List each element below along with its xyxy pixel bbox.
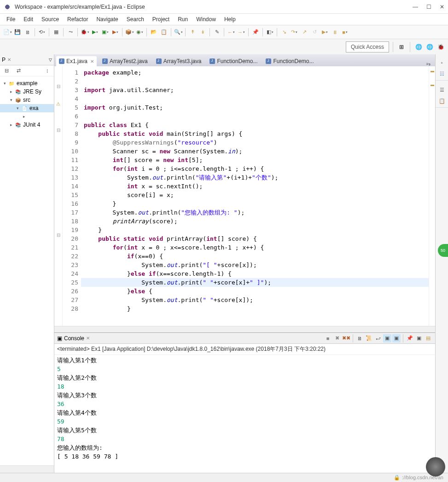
explorer-scrollbar[interactable] — [0, 465, 54, 473]
external-tools-button[interactable]: ▶ — [111, 28, 120, 37]
minimize-button[interactable]: — — [413, 4, 418, 10]
side-badge[interactable]: 50 — [438, 244, 448, 257]
open-perspective-button[interactable]: ⊞ — [397, 42, 406, 52]
terminate-icon[interactable]: ■ — [324, 334, 332, 343]
overview-ruler[interactable] — [429, 66, 435, 326]
display-selected-icon[interactable]: ▣ — [415, 334, 423, 343]
new-type-button[interactable]: ◉ — [135, 28, 144, 37]
view-menu-icon[interactable]: ▽ — [49, 58, 52, 62]
open-console-icon[interactable]: ▤ — [424, 334, 432, 343]
show-console-err-icon[interactable]: ▣ — [392, 334, 401, 343]
menu-source[interactable]: Source — [38, 15, 63, 24]
save-all-button[interactable]: 🗎 — [23, 28, 32, 37]
minimize-view-icon[interactable]: ▫ — [437, 58, 447, 67]
coverage-button[interactable]: ▣ — [100, 28, 110, 37]
tasks-icon[interactable]: 📋 — [437, 96, 447, 105]
tab-close-icon[interactable]: ✕ — [90, 59, 94, 64]
remove-all-icon[interactable]: ✖✖ — [342, 334, 350, 343]
new-button[interactable]: 📄 — [3, 28, 12, 37]
editor-tab[interactable]: FunctionDemo... — [207, 56, 260, 66]
menu-run[interactable]: Run — [174, 15, 192, 24]
working-set-button[interactable]: ◧ — [265, 28, 274, 37]
save-button[interactable]: 💾 — [13, 28, 22, 37]
annotation-prev-button[interactable]: ↟ — [188, 28, 197, 37]
filter-icon[interactable]: ⫶ — [43, 66, 52, 75]
menu-project[interactable]: Project — [149, 15, 173, 24]
suspend-button[interactable]: ⏸ — [330, 28, 339, 37]
pin-button[interactable]: 📌 — [251, 28, 260, 37]
open-type-button[interactable]: 📂 — [149, 28, 158, 37]
annotation-next-button[interactable]: ↡ — [198, 28, 207, 37]
tree-item[interactable]: ▾📄exa — [0, 104, 54, 112]
switch-editor-button[interactable]: ⟲ — [37, 28, 47, 37]
drop-to-frame-button[interactable]: ↺ — [310, 28, 319, 37]
editor-tab[interactable]: ArrayTest2.java — [99, 56, 151, 66]
menu-edit[interactable]: Edit — [20, 15, 37, 24]
search-button[interactable]: 🔍 — [174, 28, 183, 37]
maximize-button[interactable]: ☐ — [426, 4, 431, 10]
menu-refactor[interactable]: Refactor — [64, 15, 92, 24]
word-wrap-icon[interactable]: ⮐ — [374, 334, 382, 343]
menu-search[interactable]: Search — [123, 15, 148, 24]
explorer-tab-label[interactable]: P — [2, 57, 6, 63]
console-tab-label[interactable]: Console — [64, 335, 84, 342]
show-console-change-icon[interactable]: ▣ — [383, 334, 391, 343]
main-toolbar: 📄 💾 🗎 ⟲ ▦ ⤳ 🐞 ▶ ▣ ▶ 📦 ◉ 📂 📋 🔍 ↟ ↡ ✎ ← → … — [0, 25, 448, 39]
step-return-button[interactable]: ↗ — [300, 28, 309, 37]
editor-tab[interactable]: ArrayTest3.java — [153, 56, 204, 66]
debug-perspective-button[interactable]: 🐞 — [436, 42, 445, 52]
view-close-icon[interactable]: ✕ — [7, 57, 11, 62]
editor-tab[interactable]: Ex1.java✕ — [56, 56, 97, 66]
java-file-icon — [102, 58, 108, 64]
console-output[interactable]: 请输入第1个数5请输入第2个数18请输入第3个数36请输入第4个数59请输入第5… — [54, 355, 435, 473]
window-title: Workspace - example/src/example/Ex1.java… — [15, 4, 413, 10]
eclipse-icon — [4, 3, 11, 11]
remove-launch-icon[interactable]: ✖ — [333, 334, 341, 343]
perspective-bar: Quick Access ⊞ 🌐 🌐 🐞 — [0, 39, 448, 54]
link-editor-icon[interactable]: ⇄ — [14, 66, 23, 75]
tree-item[interactable]: ▾📦src — [0, 96, 54, 104]
run-button[interactable]: ▶ — [90, 28, 99, 37]
step-over-button[interactable]: ↷ — [290, 28, 299, 37]
collapse-all-icon[interactable]: ⊟ — [2, 66, 11, 75]
menu-window[interactable]: Window — [192, 15, 220, 24]
menu-help[interactable]: Help — [221, 15, 239, 24]
java-file-icon — [266, 58, 271, 64]
step-into-button[interactable]: ↘ — [279, 28, 289, 37]
right-trim: ▫ ☷ ☰ 📋 — [435, 54, 448, 473]
clear-console-icon[interactable]: 🗎 — [355, 334, 364, 343]
back-button[interactable]: ← — [227, 28, 236, 37]
scroll-lock-icon[interactable]: 📜 — [365, 334, 373, 343]
outline-icon[interactable]: ☷ — [437, 69, 447, 78]
tree-item[interactable]: ▸ — [0, 112, 54, 121]
minimized-view-icon[interactable]: ☰ — [437, 85, 447, 94]
resume-button[interactable]: ▶ — [320, 28, 329, 37]
code-area[interactable]: package example; import java.util.Scanne… — [81, 66, 429, 326]
forward-button[interactable]: → — [237, 28, 246, 37]
java-perspective-button[interactable]: 🌐 — [414, 42, 423, 52]
pin-console-icon[interactable]: 📌 — [406, 334, 414, 343]
open-task-button[interactable]: 📋 — [159, 28, 169, 37]
toggle-breadcrumb-button[interactable]: ▦ — [52, 28, 61, 37]
tree-item[interactable]: ▾📁example — [0, 79, 54, 87]
editor-tab[interactable]: FunctionDemo... — [263, 56, 316, 66]
console-close-icon[interactable]: ✕ — [86, 336, 90, 341]
editor-tabs: Ex1.java✕ArrayTest2.javaArrayTest3.javaF… — [54, 54, 435, 66]
editor-scrollbar[interactable] — [54, 326, 435, 332]
tree-item[interactable]: ▸📚JRE Sy — [0, 87, 54, 96]
code-editor[interactable]: ⊟⚠⊟⊟ 12345678910111213141516171819202122… — [54, 66, 435, 326]
last-edit-button[interactable]: ✎ — [212, 28, 221, 37]
close-button[interactable]: ✕ — [440, 4, 444, 10]
tree-item[interactable]: ▸📚JUnit 4 — [0, 121, 54, 129]
menu-navigate[interactable]: Navigate — [93, 15, 122, 24]
javaee-perspective-button[interactable]: 🌐 — [425, 42, 434, 52]
quick-access[interactable]: Quick Access — [346, 41, 389, 52]
new-package-button[interactable]: 📦 — [125, 28, 134, 37]
console-icon: ▣ — [57, 335, 62, 342]
menu-file[interactable]: File — [3, 15, 19, 24]
package-explorer: P ✕ ▽ ⊟ ⇄ ⫶ ▾📁example▸📚JRE Sy▾📦src▾📄exa▸… — [0, 54, 54, 473]
debug-button[interactable]: 🐞 — [80, 28, 89, 37]
skip-breakpoints-button[interactable]: ⤳ — [66, 28, 75, 37]
tabs-overflow[interactable]: »₃ — [423, 61, 433, 66]
terminate-button[interactable]: ■ — [340, 28, 349, 37]
